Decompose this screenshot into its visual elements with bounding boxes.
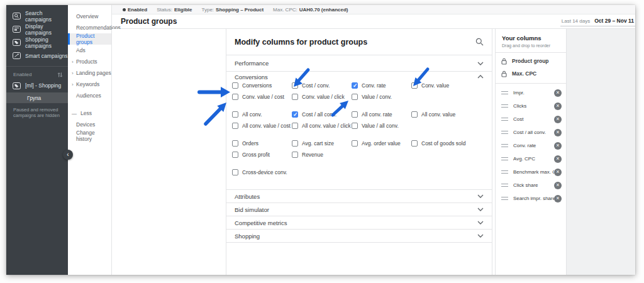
chevron-down-icon[interactable] [477, 62, 484, 65]
checkbox-unchecked[interactable] [352, 94, 358, 100]
drag-handle-icon[interactable] [501, 170, 508, 174]
checkbox-unchecked[interactable] [292, 82, 298, 89]
nav-item-audiences[interactable]: Audiences [68, 90, 111, 101]
remove-column-icon[interactable]: × [554, 116, 562, 123]
column-option-conv-value[interactable]: Conv. value [411, 82, 471, 89]
chevron-down-icon[interactable] [477, 234, 484, 238]
nav-item-label: Change history [76, 130, 111, 142]
nav-item-product-groups[interactable]: Product groups [68, 33, 111, 45]
section-row-attributes[interactable]: Attributes [226, 190, 492, 203]
section-row-shopping[interactable]: Shopping [226, 230, 492, 243]
checkbox-unchecked[interactable] [232, 123, 238, 129]
remove-column-icon[interactable]: × [554, 155, 562, 163]
remove-column-icon[interactable]: × [554, 89, 562, 97]
section-row-performance[interactable]: Performance [226, 55, 492, 72]
sort-arrows-icon[interactable] [57, 72, 63, 78]
nav-item-products[interactable]: ›Products [68, 56, 111, 67]
checkbox-unchecked[interactable] [411, 82, 418, 89]
locked-column-product-group: Product group [496, 55, 566, 67]
column-option-cost-conv[interactable]: Cost / conv. [292, 82, 352, 89]
drag-handle-icon[interactable] [501, 157, 508, 160]
column-option-conv-value-cost[interactable]: Conv. value / cost [232, 94, 292, 100]
column-option-conv-rate[interactable]: Conv. rate [352, 82, 411, 89]
column-option-cross-device-conv[interactable]: Cross-device conv. [232, 169, 292, 175]
checkbox-unchecked[interactable] [411, 140, 418, 147]
checkbox-unchecked[interactable] [352, 140, 358, 147]
chevron-down-icon[interactable] [477, 208, 484, 211]
collapse-chevron-icon[interactable]: ‹ [63, 150, 73, 160]
column-option-avg-cart-size[interactable]: Avg. cart size [292, 140, 352, 147]
sidebar-item-display-campaigns[interactable]: Display campaigns [6, 23, 68, 36]
column-option-gross-profit[interactable]: Gross profit [232, 152, 292, 158]
chevron-down-icon[interactable] [477, 194, 484, 198]
sidebar-item-shopping-campaigns[interactable]: Shopping campaigns [6, 36, 68, 49]
drag-handle-icon[interactable] [501, 197, 508, 200]
checkbox-unchecked[interactable] [352, 123, 358, 129]
column-option-all-conv-value[interactable]: All conv. value [411, 111, 471, 118]
drag-handle-icon[interactable] [501, 91, 508, 94]
nav-item-keywords[interactable]: ›Keywords [68, 79, 111, 90]
sidebar-item-ad-group-selected[interactable]: Група [6, 92, 68, 103]
column-option-value-all-conv[interactable]: Value / all conv. [352, 123, 411, 129]
nav-item-devices[interactable]: Devices [68, 119, 111, 130]
checkbox-unchecked[interactable] [292, 140, 298, 147]
section-row-conversions[interactable]: Conversions [226, 72, 492, 82]
checkbox-unchecked[interactable] [232, 111, 238, 118]
date-range-picker[interactable]: Last 14 days Oct 29 – Nov 11 [560, 16, 635, 26]
sidebar-item-ml-shopping[interactable]: [ml] - Shopping [6, 80, 68, 91]
selected-column-conv-rate: Conv. rate× [496, 139, 566, 152]
drag-handle-icon[interactable] [501, 131, 508, 134]
checkbox-checked[interactable] [292, 111, 298, 118]
nav-item-change-history[interactable]: Change history [68, 130, 111, 142]
remove-column-icon[interactable]: × [554, 169, 562, 176]
chevron-down-icon[interactable] [477, 221, 484, 225]
checkbox-unchecked[interactable] [352, 111, 358, 118]
column-option-orders[interactable]: Orders [232, 140, 292, 147]
section-row-competitive-metrics[interactable]: Competitive metrics [226, 216, 492, 230]
shopping-campaigns-icon [13, 39, 21, 46]
column-option-label: Revenue [302, 152, 323, 158]
column-option-conv-value-click[interactable]: Conv. value / click [292, 94, 352, 100]
search-icon[interactable] [475, 38, 484, 46]
remove-column-icon[interactable]: × [554, 182, 562, 189]
sidebar-item-smart-campaigns[interactable]: Smart campaigns [6, 49, 68, 62]
section-row-bid-simulator[interactable]: Bid simulator [226, 203, 492, 216]
sidebar-item-search-campaigns[interactable]: Search campaigns [6, 9, 68, 23]
drag-handle-icon[interactable] [501, 184, 508, 187]
remove-column-icon[interactable]: × [554, 129, 562, 136]
checkbox-unchecked[interactable] [232, 82, 238, 89]
column-option-revenue[interactable]: Revenue [292, 152, 352, 158]
chevron-up-icon[interactable] [477, 75, 484, 79]
column-option-cost-all-conv[interactable]: Cost / all conv. [292, 111, 352, 118]
drag-handle-icon[interactable] [501, 144, 508, 147]
column-option-all-conv-value-click[interactable]: All conv. value / click [292, 123, 352, 129]
column-option-all-conv-rate[interactable]: All conv. rate [352, 111, 411, 118]
checkbox-checked[interactable] [352, 82, 358, 89]
drag-handle-icon[interactable] [501, 118, 508, 121]
nav-item-less[interactable]: —Less [68, 108, 111, 119]
column-option-value-conv[interactable]: Value / conv. [352, 94, 411, 100]
remove-column-icon[interactable]: × [554, 195, 562, 203]
checkbox-unchecked[interactable] [232, 169, 238, 175]
checkbox-unchecked[interactable] [232, 140, 238, 147]
nav-item-ads[interactable]: Ads [68, 45, 111, 56]
checkbox-unchecked[interactable] [292, 94, 298, 100]
display-campaigns-icon [13, 26, 21, 33]
remove-column-icon[interactable]: × [554, 142, 562, 150]
checkbox-unchecked[interactable] [411, 111, 418, 118]
selected-column-label: Cost [513, 116, 554, 122]
checkbox-unchecked[interactable] [232, 152, 238, 158]
drag-handle-icon[interactable] [501, 104, 508, 108]
column-option-conversions[interactable]: Conversions [232, 82, 292, 89]
nav-item-recommendations[interactable]: Recommendations [68, 22, 111, 33]
column-option-all-conv[interactable]: All conv. [232, 111, 292, 118]
checkbox-unchecked[interactable] [292, 123, 298, 129]
checkbox-unchecked[interactable] [292, 152, 298, 158]
nav-item-overview[interactable]: Overview [68, 11, 111, 22]
checkbox-unchecked[interactable] [232, 94, 238, 100]
column-option-avg-order-value[interactable]: Avg. order value [352, 140, 411, 147]
remove-column-icon[interactable]: × [554, 103, 562, 110]
nav-item-landing-pages[interactable]: ›Landing pages [68, 67, 111, 79]
column-option-all-conv-value-cost[interactable]: All conv. value / cost [232, 123, 292, 129]
column-option-cost-of-goods-sold[interactable]: Cost of goods sold [411, 140, 471, 147]
